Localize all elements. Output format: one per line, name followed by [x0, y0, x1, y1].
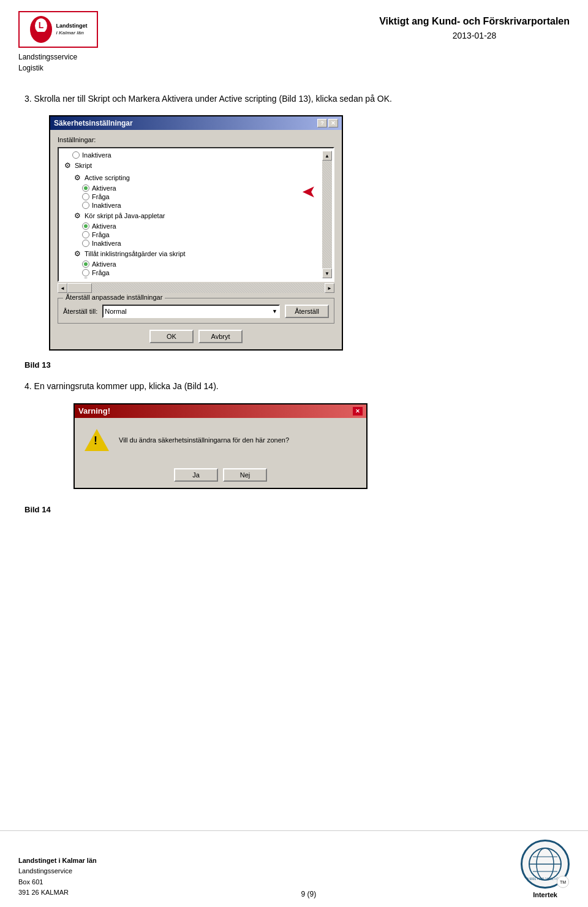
gear-icon: ⚙ — [72, 211, 82, 221]
step4-text: 4. En varningsruta kommer upp, klicka Ja… — [24, 379, 564, 393]
tm-badge: TM — [557, 876, 569, 888]
hscroll-track — [67, 283, 325, 293]
gear-icon: ⚙ — [72, 173, 82, 183]
warning-icon — [85, 428, 109, 452]
dropdown-value: Normal — [105, 308, 126, 315]
dialog14-container: Varning! ✕ Vill du ändra säkerhetsinstäl… — [49, 403, 368, 495]
ok-button[interactable]: OK — [149, 330, 194, 343]
radio-aktivera-1[interactable] — [82, 184, 89, 192]
radio-inaktivera-1[interactable] — [82, 202, 89, 209]
reset-dropdown[interactable]: Normal ▼ — [102, 305, 280, 318]
list-item: Inaktivera — [60, 239, 322, 248]
svg-text:L: L — [38, 20, 43, 30]
org-name: Landstingsservice Logistik — [18, 51, 77, 74]
list-item: ⚙ Kör skript på Java-appletar — [60, 210, 322, 222]
list-item: Fråga — [60, 192, 322, 201]
radio-inaktivera-3[interactable] — [82, 278, 89, 278]
list-item: Inaktivera — [60, 201, 322, 210]
dialog13-body: Inställningar: Inaktivera ⚙ — [50, 130, 342, 349]
hscroll-right-arrow[interactable]: ► — [325, 283, 334, 293]
step3-text: 3. Skrolla ner till Skript och Markera A… — [24, 92, 564, 105]
radio-fraga-3[interactable] — [82, 269, 89, 276]
footer-line1: Landstingsservice — [18, 866, 97, 877]
list-item: Aktivera — [60, 222, 322, 230]
scroll-track — [322, 161, 332, 268]
hscroll-left-arrow[interactable]: ◄ — [58, 283, 67, 293]
page-footer: Landstinget i Kalmar län Landstingsservi… — [0, 830, 588, 907]
svg-rect-2 — [37, 32, 45, 40]
chevron-down-icon: ▼ — [272, 308, 277, 314]
settings-label: Inställningar: — [58, 136, 334, 143]
footer-left: Landstinget i Kalmar län Landstingsservi… — [18, 856, 97, 898]
gear-icon: ⚙ — [72, 249, 82, 259]
vertical-scrollbar[interactable]: ▲ ▼ — [322, 151, 332, 278]
scroll-up-arrow[interactable]: ▲ — [322, 151, 332, 161]
warning-body: Vill du ändra säkerhetsinställningarna f… — [75, 418, 366, 462]
radio-aktivera-3[interactable] — [82, 260, 89, 268]
bild13-label: Bild 13 — [24, 360, 564, 370]
radio-inaktivera-2[interactable] — [82, 240, 89, 247]
listbox-container: Inaktivera ⚙ Skript ⚙ Active scripting — [58, 147, 334, 282]
page-header: L Landstinget i Kalmar län Landstingsser… — [0, 0, 588, 80]
dialog13-title: Säkerhetsinställningar — [54, 119, 133, 127]
reset-groupbox: Återställ anpassade inställningar Återst… — [58, 298, 334, 324]
warning-button-row: Ja Nej — [75, 468, 366, 488]
radio-fraga-1[interactable] — [82, 193, 89, 200]
list-item: ⚙ Active scripting — [60, 172, 322, 184]
reset-button[interactable]: Återställ — [285, 305, 329, 318]
cancel-button[interactable]: Avbryt — [198, 330, 243, 343]
gear-icon: ⚙ — [62, 161, 72, 170]
dialog13-titlebar: Säkerhetsinställningar ? ✕ — [50, 116, 342, 130]
settings-listbox[interactable]: Inaktivera ⚙ Skript ⚙ Active scripting — [58, 147, 334, 282]
radio-fraga-2[interactable] — [82, 231, 89, 238]
yes-button[interactable]: Ja — [174, 468, 218, 482]
scroll-down-arrow[interactable]: ▼ — [322, 268, 332, 278]
help-button[interactable]: ? — [317, 119, 327, 127]
list-item: Fråga — [60, 268, 322, 277]
list-item: Fråga — [60, 230, 322, 239]
footer-line2: Box 601 — [18, 877, 97, 888]
bild14-label: Bild 14 — [24, 505, 564, 514]
radio-aktivera-2[interactable] — [82, 222, 89, 230]
header-right: Viktigt ang Kund- och Förskrivarportalen… — [379, 11, 570, 40]
security-settings-dialog: Säkerhetsinställningar ? ✕ Inställningar… — [49, 115, 343, 351]
warning-close-button[interactable]: ✕ — [353, 407, 363, 416]
footer-line3: 391 26 KALMAR — [18, 887, 97, 898]
radio-inaktivera-0[interactable] — [72, 151, 80, 159]
titlebar-buttons: ? ✕ — [317, 119, 338, 127]
list-item: Aktivera — [60, 260, 322, 268]
footer-page-info: 9 (9) — [301, 890, 317, 898]
no-button[interactable]: Nej — [223, 468, 267, 482]
hscroll-thumb[interactable] — [67, 283, 92, 293]
warning-message: Vill du ändra säkerhetsinställningarna f… — [119, 436, 356, 444]
doc-date: 2013-01-28 — [379, 31, 570, 40]
warning-titlebar: Varning! ✕ — [75, 404, 366, 418]
list-item: Inaktivera — [60, 151, 322, 159]
warning-title: Varning! — [78, 406, 110, 416]
main-content: 3. Skrolla ner till Skript och Markera A… — [0, 80, 588, 536]
reset-row: Återställ till: Normal ▼ Återställ — [63, 305, 329, 318]
logo-area: L Landstinget i Kalmar län Landstingsser… — [18, 11, 98, 74]
list-item: ⚙ Skript — [60, 159, 322, 172]
footer-right: ISO 9001 • ISO 14001 • OHSAS TM Intertek — [521, 840, 570, 898]
doc-title: Viktigt ang Kund- och Förskrivarportalen — [379, 16, 570, 27]
dialog13-button-row: OK Avbryt — [58, 330, 334, 343]
list-item: Inaktiv... — [60, 277, 322, 278]
listbox-items: Inaktivera ⚙ Skript ⚙ Active scripting — [60, 151, 322, 278]
warning-dialog: Varning! ✕ Vill du ändra säkerhetsinstäl… — [74, 403, 368, 489]
intertek-label: Intertek — [533, 891, 557, 898]
footer-org-bold: Landstinget i Kalmar län — [18, 856, 97, 867]
reset-label: Återställ till: — [63, 308, 97, 315]
horizontal-scrollbar[interactable]: ◄ ► — [58, 283, 334, 293]
list-item: Aktivera — [60, 184, 322, 192]
groupbox-title: Återställ anpassade inställningar — [63, 294, 165, 301]
list-item: ⚙ Tillåt inklistringsåtgärder via skript — [60, 248, 322, 260]
warning-triangle-icon — [85, 429, 109, 451]
logo-text: Landstinget i Kalmar län — [56, 23, 88, 36]
logo-box: L Landstinget i Kalmar län — [18, 11, 98, 48]
cert-logo: ISO 9001 • ISO 14001 • OHSAS TM — [521, 840, 570, 889]
dialog13-container: Säkerhetsinställningar ? ✕ Inställningar… — [49, 115, 343, 351]
logo-emblem-svg: L — [29, 15, 53, 44]
close-button[interactable]: ✕ — [328, 119, 338, 127]
